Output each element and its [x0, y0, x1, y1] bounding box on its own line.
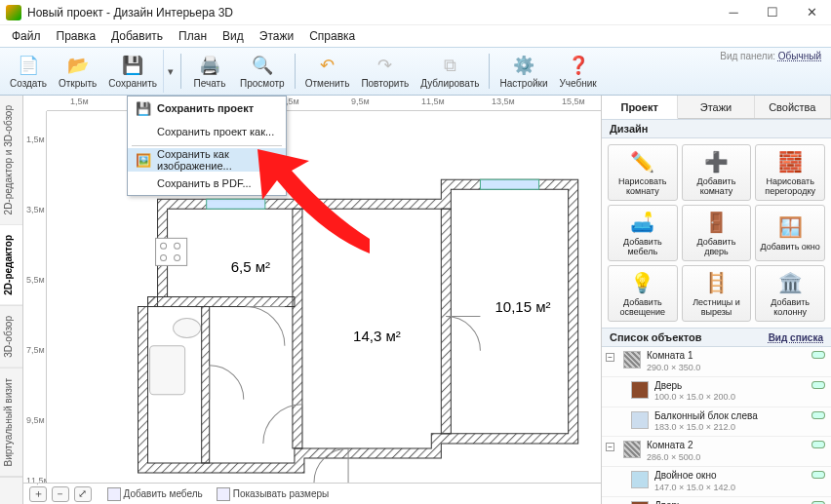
undo-button[interactable]: ↶Отменить	[299, 50, 356, 93]
design-tools-grid: ✏️Нарисовать комнату ➕Добавить комнату 🧱…	[602, 138, 831, 328]
view-list-link[interactable]: Вид списка	[769, 332, 823, 343]
view-mode-link[interactable]: Обычный	[778, 51, 821, 61]
tool-add-furniture[interactable]: 🛋️Добавить мебель	[608, 205, 678, 261]
svg-rect-4	[202, 307, 210, 463]
menu-save-as-pdf[interactable]: Сохранить в PDF...	[128, 172, 286, 195]
menu-save-as-image[interactable]: 🖼️Сохранить как изображение...	[128, 148, 286, 172]
door-icon	[631, 381, 649, 399]
tool-add-door[interactable]: 🚪Добавить дверь	[682, 205, 752, 261]
pencil-icon: ✏️	[630, 149, 655, 174]
menu-save-project[interactable]: 💾Сохранить проект	[128, 97, 286, 120]
svg-rect-5	[207, 199, 265, 209]
tab-properties[interactable]: Свойства	[755, 96, 831, 118]
menu-save-project-as[interactable]: Сохранить проект как...	[128, 120, 286, 143]
zoom-out-button[interactable]: －	[52, 486, 69, 502]
help-icon: ❓	[567, 54, 590, 77]
image-icon: 🖼️	[136, 152, 151, 168]
room3-area: 10,15 м²	[495, 298, 550, 315]
visibility-icon[interactable]	[811, 411, 825, 419]
svg-rect-2	[441, 209, 451, 434]
objects-section-head: Список объектов Вид списка	[602, 328, 831, 347]
save-dropdown-menu: 💾Сохранить проект Сохранить проект как..…	[127, 96, 287, 196]
redo-button[interactable]: ↷Повторить	[355, 50, 415, 93]
room2-area: 14,3 м²	[353, 328, 401, 344]
svg-rect-6	[480, 179, 538, 189]
list-item[interactable]: −Комната 1290.0 × 350.0	[602, 347, 831, 377]
show-sizes-toggle[interactable]: Показывать размеры	[217, 487, 329, 501]
printer-icon: 🖨️	[198, 54, 221, 77]
door-icon: 🚪	[703, 210, 729, 235]
tab-virtual[interactable]: Виртуальный визит	[0, 368, 22, 478]
list-item[interactable]: Двойное окно147.0 × 15.0 × 142.0	[602, 467, 831, 497]
tool-add-column[interactable]: 🏛️Добавить колонну	[755, 265, 825, 322]
visibility-icon[interactable]	[811, 351, 825, 359]
canvas-area[interactable]: 1,5м3,5м5,5м7,5м9,5м11,5м13,5м15,5м 1,5м…	[23, 96, 601, 504]
list-item[interactable]: Дверь100.0 × 15.0 × 200.0	[602, 377, 831, 407]
object-list[interactable]: −Комната 1290.0 × 350.0 Дверь100.0 × 15.…	[602, 347, 831, 504]
title-bar: Новый проект - Дизайн Интерьера 3D ─ ☐ ✕	[0, 0, 831, 25]
tool-stairs[interactable]: 🪜Лестницы и вырезы	[682, 265, 752, 322]
menu-view[interactable]: Вид	[217, 27, 250, 45]
room-icon	[623, 351, 641, 368]
room-icon	[623, 441, 641, 458]
menu-file[interactable]: Файл	[6, 27, 47, 45]
menu-floors[interactable]: Этажи	[254, 27, 299, 45]
tab-3d[interactable]: 3D-обзор	[0, 306, 22, 368]
tool-draw-wall[interactable]: 🧱Нарисовать перегородку	[755, 144, 825, 201]
visibility-icon[interactable]	[811, 471, 825, 479]
visibility-icon[interactable]	[811, 381, 825, 389]
ruler-vertical: 1,5м3,5м5,5м7,5м9,5м11,5м	[23, 111, 47, 483]
tool-add-room[interactable]: ➕Добавить комнату	[682, 144, 752, 201]
duplicate-icon: ⧉	[438, 54, 461, 77]
tab-2d-3d[interactable]: 2D-редактор и 3D-обзор	[0, 96, 22, 225]
plus-room-icon: ➕	[703, 149, 729, 174]
open-button[interactable]: 📂Открыть	[53, 50, 102, 93]
canvas-bottom-bar: ＋ － ⤢ Добавить мебель Показывать размеры	[23, 483, 601, 504]
wall-icon: 🧱	[777, 149, 803, 174]
menu-help[interactable]: Справка	[303, 27, 361, 45]
undo-icon: ↶	[316, 54, 339, 77]
list-item[interactable]: −Комната 2286.0 × 500.0	[602, 437, 831, 467]
view-panel-label: Вид панели: Обычный	[720, 51, 821, 61]
menu-edit[interactable]: Правка	[51, 27, 102, 45]
save-split-arrow[interactable]: ▾	[163, 50, 177, 93]
tool-add-window[interactable]: 🪟Добавить окно	[755, 205, 825, 261]
app-icon	[6, 5, 21, 20]
svg-point-13	[174, 319, 201, 338]
collapse-icon[interactable]: −	[606, 443, 614, 451]
maximize-button[interactable]: ☐	[753, 0, 792, 25]
tool-add-light[interactable]: 💡Добавить освещение	[608, 265, 678, 322]
print-button[interactable]: 🖨️Печать	[185, 50, 234, 93]
tool-draw-room[interactable]: ✏️Нарисовать комнату	[608, 144, 678, 201]
tab-floors[interactable]: Этажи	[678, 96, 754, 118]
room1-area: 6,5 м²	[231, 258, 270, 275]
zoom-in-button[interactable]: ＋	[29, 486, 47, 502]
menu-plan[interactable]: План	[173, 27, 213, 45]
minimize-button[interactable]: ─	[714, 0, 753, 25]
window-icon: 🪟	[777, 214, 803, 240]
save-button[interactable]: 💾Сохранить	[102, 50, 163, 93]
list-item[interactable]: Дверь100.0 × 15.0 × 200.0	[602, 497, 831, 504]
close-button[interactable]: ✕	[792, 0, 831, 25]
new-button[interactable]: 📄Создать	[4, 50, 53, 93]
sofa-icon	[107, 487, 121, 501]
tab-project[interactable]: Проект	[602, 96, 678, 119]
folder-open-icon: 📂	[66, 54, 90, 77]
help-button[interactable]: ❓Учебник	[554, 50, 603, 93]
add-furniture-button[interactable]: Добавить мебель	[107, 487, 203, 501]
list-item[interactable]: Балконный блок слева183.0 × 15.0 × 212.0	[602, 407, 831, 438]
column-icon: 🏛️	[777, 270, 803, 295]
right-panel-tabs: Проект Этажи Свойства	[602, 96, 831, 119]
zoom-fit-button[interactable]: ⤢	[74, 486, 92, 502]
sofa-icon: 🛋️	[630, 210, 655, 235]
bulb-icon: 💡	[630, 270, 655, 295]
preview-button[interactable]: 🔍Просмотр	[234, 50, 291, 93]
menu-add[interactable]: Добавить	[105, 27, 169, 45]
collapse-icon[interactable]: −	[606, 353, 614, 362]
duplicate-button[interactable]: ⧉Дублировать	[415, 50, 485, 93]
visibility-icon[interactable]	[811, 441, 825, 448]
settings-button[interactable]: ⚙️Настройки	[494, 50, 553, 93]
tab-2d[interactable]: 2D-редактор	[0, 225, 22, 306]
dimension-icon	[217, 487, 230, 501]
design-section-head: Дизайн	[602, 119, 831, 138]
